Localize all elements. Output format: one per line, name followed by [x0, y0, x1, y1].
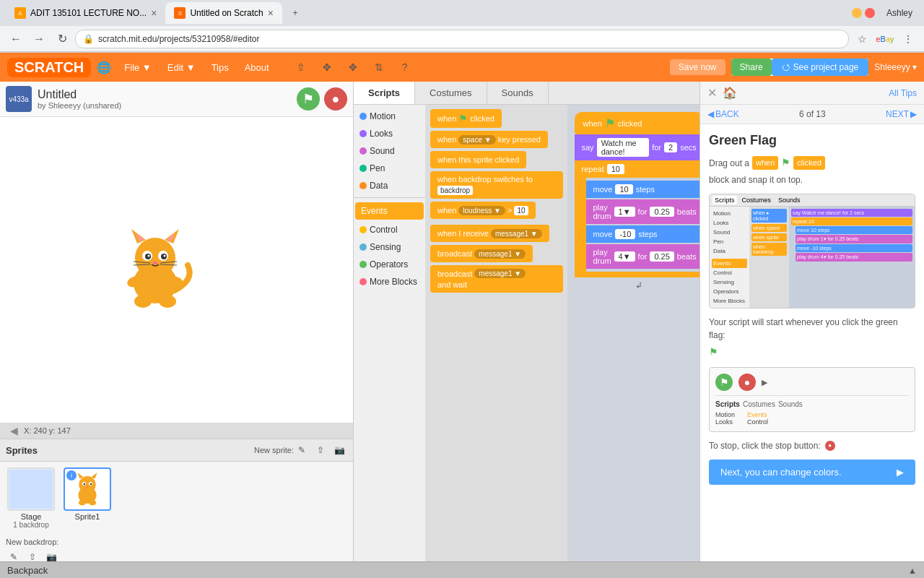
save-now-button[interactable]: Save now — [670, 59, 725, 75]
tips-next-topic-button[interactable]: Next, you can change colors. ▶ — [709, 460, 915, 485]
loudness-val[interactable]: 10 — [514, 206, 528, 215]
tips-all-link[interactable]: All Tips — [889, 88, 917, 98]
play-drum2-block[interactable]: play drum 4▼ for 0.25 beats — [586, 244, 700, 269]
paint-sprite-icon[interactable]: ✎ — [294, 442, 310, 458]
menu-edit[interactable]: Edit ▼ — [160, 59, 203, 76]
cat-looks[interactable]: Looks — [354, 125, 425, 142]
repeat-block[interactable]: repeat 10 move 10 steps play drum 1▼ for… — [575, 160, 700, 277]
say-input[interactable]: Watch me dance! — [597, 138, 650, 157]
tips-home-icon[interactable]: 🏠 — [723, 86, 737, 100]
backpack-bar[interactable]: Backpack ▲ — [0, 561, 924, 578]
when-loudness-block[interactable]: when loudness ▼ > 10 — [430, 202, 536, 219]
say-block[interactable]: say Watch me dance! for 2 secs — [575, 134, 700, 160]
broadcast-block[interactable]: broadcast message1 ▼ — [430, 245, 533, 262]
camera-sprite-icon[interactable]: 📷 — [331, 442, 347, 458]
hat-block[interactable]: when ⚑ clicked — [575, 112, 700, 134]
menu-icon[interactable]: ⋮ — [898, 29, 918, 49]
sprite-item-stage[interactable]: Stage 1 backdrop — [6, 467, 56, 529]
url-bar[interactable]: 🔒 scratch.mit.edu/projects/53210958/#edi… — [75, 30, 849, 48]
upload-icon[interactable]: ⇧ — [291, 57, 311, 77]
upload-sprite-icon[interactable]: ⇧ — [313, 442, 328, 458]
block-when-loudness[interactable]: when loudness ▼ > 10 — [430, 202, 563, 219]
menu-about[interactable]: About — [237, 59, 276, 76]
sprite-item-sprite1[interactable]: i — [62, 467, 113, 529]
see-project-button[interactable]: ⭯ See project page — [772, 59, 869, 76]
block-when-receive[interactable]: when I receive message1 ▼ — [430, 225, 563, 242]
cat-control[interactable]: Control — [354, 221, 425, 238]
close-btn[interactable] — [865, 8, 875, 18]
fullscreen-icon[interactable]: ✥ — [343, 57, 363, 77]
when-receive-block[interactable]: when I receive message1 ▼ — [430, 225, 549, 242]
tab-scripts[interactable]: Scripts — [354, 82, 415, 104]
cat-pen[interactable]: Pen — [354, 160, 425, 177]
when-clicked-block[interactable]: when ⚑ clicked — [430, 109, 502, 128]
menu-file[interactable]: File ▼ — [117, 59, 158, 76]
when-backdrop-block[interactable]: when backdrop switches to backdrop — [430, 171, 563, 199]
key-pill[interactable]: space ▼ — [458, 135, 495, 144]
tips-next-button[interactable]: NEXT ▶ — [886, 109, 917, 119]
cat-sensing[interactable]: Sensing — [354, 238, 425, 256]
block-when-sprite[interactable]: when this sprite clicked — [430, 151, 563, 168]
broadcast-pill[interactable]: message1 ▼ — [474, 249, 526, 259]
when-key-block[interactable]: when space ▼ key pressed — [430, 131, 548, 148]
repeat-top: repeat 10 — [575, 160, 700, 178]
loudness-pill[interactable]: loudness ▼ — [458, 206, 505, 215]
refresh-button[interactable]: ↻ — [52, 29, 72, 49]
stop-button[interactable]: ● — [324, 87, 347, 111]
broadcast-wait-block[interactable]: broadcast message1 ▼ and wait — [430, 265, 563, 293]
new-tab-button[interactable]: + — [285, 3, 305, 23]
project-name-input[interactable] — [38, 88, 291, 101]
menu-tips[interactable]: Tips — [204, 59, 236, 76]
green-flag-button[interactable]: ⚑ — [297, 87, 320, 111]
block-broadcast[interactable]: broadcast message1 ▼ — [430, 245, 563, 262]
tips-back-button[interactable]: ◀ BACK — [707, 109, 739, 119]
tips-close-button[interactable]: ✕ — [707, 86, 717, 100]
cat-sound[interactable]: Sound — [354, 142, 425, 160]
block-when-backdrop[interactable]: when backdrop switches to backdrop — [430, 171, 563, 199]
tab-costumes[interactable]: Costumes — [415, 82, 487, 104]
cat-events-active[interactable]: Events — [355, 202, 424, 220]
star-icon[interactable]: ☆ — [852, 29, 872, 49]
back-button[interactable]: ← — [6, 29, 26, 49]
drum1-beats[interactable]: 0.25 — [650, 207, 674, 217]
move1-block[interactable]: move 10 steps — [586, 181, 700, 198]
block-when-key[interactable]: when space ▼ key pressed — [430, 131, 563, 148]
move1-input[interactable]: 10 — [615, 184, 632, 194]
duplicate-icon[interactable]: ✥ — [317, 57, 337, 77]
move2-block[interactable]: move -10 steps — [586, 225, 700, 243]
minimize-btn[interactable] — [852, 8, 862, 18]
camera-backdrop-icon[interactable]: 📷 — [43, 549, 59, 561]
tab2-close[interactable]: × — [268, 7, 274, 19]
tab-sounds[interactable]: Sounds — [487, 82, 549, 104]
header-user[interactable]: Shleeeyy ▾ — [874, 62, 917, 72]
resize-icon[interactable]: ⇅ — [369, 57, 389, 77]
repeat-input[interactable]: 10 — [607, 164, 624, 174]
tab-1[interactable]: A ADIT 135101 LECTURE NO... × — [6, 2, 165, 24]
block-broadcast-wait[interactable]: broadcast message1 ▼ and wait — [430, 265, 563, 293]
drum1-num[interactable]: 1▼ — [614, 207, 635, 217]
broadcast-wait-pill[interactable]: message1 ▼ — [474, 269, 526, 278]
when-sprite-block[interactable]: when this sprite clicked — [430, 151, 526, 168]
move2-input[interactable]: -10 — [615, 229, 635, 239]
cat-data[interactable]: Data — [354, 177, 425, 194]
message1-pill[interactable]: message1 ▼ — [491, 229, 542, 238]
paint-backdrop-icon[interactable]: ✎ — [6, 549, 22, 561]
tab-2[interactable]: S Untitled on Scratch × — [165, 2, 282, 24]
tab1-close[interactable]: × — [151, 7, 157, 19]
globe-icon[interactable]: 🌐 — [97, 61, 111, 74]
forward-button[interactable]: → — [29, 29, 49, 49]
backdrop-input[interactable]: backdrop — [437, 186, 473, 195]
drum2-num[interactable]: 4▼ — [614, 251, 635, 262]
scratch-logo[interactable]: SCRATCH — [7, 58, 91, 77]
cat-more-blocks[interactable]: More Blocks — [354, 273, 425, 290]
help-icon[interactable]: ? — [395, 57, 415, 77]
drum2-beats[interactable]: 0.25 — [650, 251, 674, 262]
play-drum1-block[interactable]: play drum 1▼ for 0.25 beats — [586, 199, 700, 224]
cat-operators[interactable]: Operators — [354, 256, 425, 273]
cat-motion[interactable]: Motion — [354, 108, 425, 125]
share-button[interactable]: Share — [731, 59, 772, 76]
say-for-input[interactable]: 2 — [664, 142, 677, 152]
block-when-clicked[interactable]: when ⚑ clicked — [430, 109, 563, 128]
coord-arrow-left[interactable]: ◀ — [10, 425, 18, 436]
upload-backdrop-icon[interactable]: ⇧ — [25, 549, 40, 561]
